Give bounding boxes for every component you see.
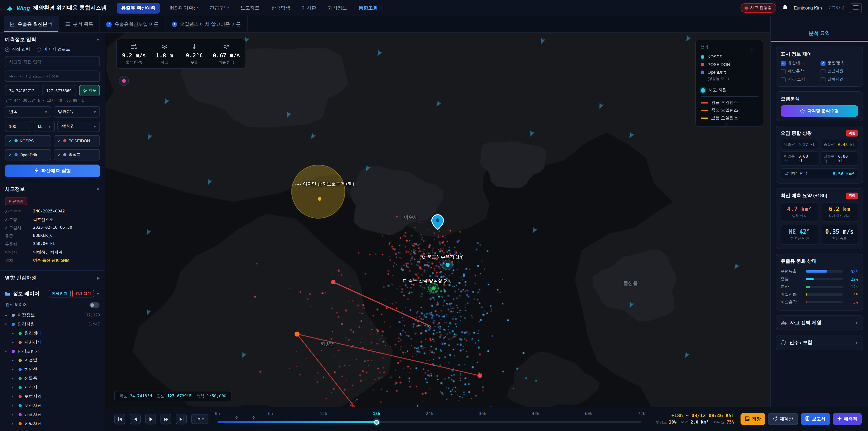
timeline-tick-60h[interactable]: 60h	[585, 411, 592, 416]
nav-item-6[interactable]: 기상정보	[323, 2, 351, 13]
model-toggle-OpenDrift[interactable]: ✓OpenDrift	[5, 149, 51, 160]
collapse-chevron-icon[interactable]: ▼	[96, 291, 100, 296]
unit-select[interactable]: kL▾	[34, 121, 55, 132]
oil-fence-line-urgent[interactable]	[333, 282, 431, 326]
beach-marker-label[interactable]: 웅포해수욕장 (1h)	[422, 254, 464, 260]
farm-marker-label[interactable]: 죽도 전략 양식장 (3h)	[403, 278, 452, 284]
timeline-bookmark-icon[interactable]: ♡	[252, 415, 255, 420]
step-back-button[interactable]	[130, 414, 141, 425]
checkbox-icon[interactable]	[781, 77, 786, 82]
owner-insurance-section[interactable]: 선주 / 보험 ▸	[776, 335, 863, 350]
app-logo[interactable]: Wing 해양환경 위기대응 통합시스템	[6, 4, 107, 12]
layers-all-off-button[interactable]: 전체 끄기	[72, 290, 94, 298]
accident-pin-icon[interactable]	[432, 215, 443, 229]
timeline-tick-0h[interactable]: 0h	[215, 411, 220, 416]
playback-speed-select[interactable]: 1x▾	[191, 414, 209, 424]
protection-zone-label[interactable]: 여자만 습지보호구역 (6h)	[295, 181, 354, 187]
logout-button[interactable]: 로그아웃	[827, 5, 844, 11]
nav-item-0[interactable]: 유출유 확산예측	[117, 2, 160, 13]
action-저장-button[interactable]: 저장	[741, 413, 765, 425]
ship-spec-section[interactable]: 사고 선박 제원 ▸	[776, 315, 863, 331]
layer-item-해안선[interactable]: ▸해안선	[5, 365, 100, 374]
amount-input[interactable]	[5, 121, 31, 132]
subtab-3[interactable]: i오일펜스 배치 알고리즘 이론	[165, 16, 248, 32]
layer-item-관광자원[interactable]: ▸관광자원	[5, 410, 100, 419]
run-prediction-button[interactable]: 확산예측 실행	[5, 164, 100, 177]
bell-icon[interactable]	[781, 4, 788, 11]
skip-end-button[interactable]	[176, 414, 187, 425]
map-viewport[interactable]: 9.2 m/s풍속 (SW)1.8 m파고9.2°C수온0.67 m/s해류 (…	[105, 33, 770, 407]
layer-item-사회경제[interactable]: ▸사회경제	[5, 338, 100, 347]
subtab-0[interactable]: 유출유 확산분석	[4, 16, 59, 32]
layer-item-생물종[interactable]: ▸생물종	[5, 374, 100, 383]
radio-direct-input[interactable]: 직접 입력	[5, 47, 30, 53]
spill-type-select[interactable]: 연속▾	[5, 106, 51, 118]
timeline-tick-24h[interactable]: 24h	[426, 411, 433, 416]
timeline-tick-12h[interactable]: 12h	[320, 411, 327, 416]
latitude-input[interactable]	[5, 85, 39, 96]
display-option-1[interactable]: ✓풍향/풍속	[820, 61, 858, 66]
timeline-tick-18h[interactable]: 18h	[373, 411, 380, 416]
action-재계산-button[interactable]: 재계산	[768, 413, 798, 425]
model-toggle-POSEIDON[interactable]: ✓POSEIDON	[54, 135, 100, 147]
beach-marker-dot[interactable]	[445, 263, 450, 267]
expand-chevron-icon[interactable]: ▶	[97, 276, 100, 280]
nav-item-3[interactable]: 보고자료	[236, 2, 264, 13]
layer-item-산업자원[interactable]: ▸산업자원	[5, 419, 100, 428]
timeline-tick-48h[interactable]: 48h	[532, 411, 539, 416]
layer-item-서식지[interactable]: ▸서식지	[5, 383, 100, 392]
checkbox-icon[interactable]: ✓	[820, 61, 825, 66]
duration-select[interactable]: 48시간▾	[57, 121, 100, 132]
nav-item-5[interactable]: 게시판	[298, 2, 321, 13]
protection-zone-circle[interactable]	[291, 165, 345, 218]
oil-type-select[interactable]: 벙커C유▾	[54, 106, 100, 118]
timeline-track[interactable]: ♡♡	[217, 421, 642, 423]
incident-list-input[interactable]	[5, 70, 100, 82]
layer-item-민감도평가[interactable]: ▾ 민감도평가	[5, 347, 100, 356]
checkbox-icon[interactable]: ✓	[781, 61, 786, 66]
fence-endpoint-dot[interactable]	[477, 373, 482, 378]
action-예측적-button[interactable]: 예측적	[833, 413, 862, 425]
timeline-bookmark-icon[interactable]: ♡	[235, 415, 238, 420]
polygon-analysis-button[interactable]: 다각형 분석수행	[781, 105, 858, 117]
layer-item-보호지역[interactable]: ▸보호지역	[5, 392, 100, 401]
action-보고서-button[interactable]: 보고서	[801, 413, 830, 425]
incident-active-badge[interactable]: 사고 진행중	[741, 3, 776, 13]
checkbox-icon[interactable]	[820, 77, 825, 82]
fence-endpoint-dot[interactable]	[294, 332, 300, 337]
display-option-2[interactable]: 해안흡착	[781, 69, 818, 74]
subtab-1[interactable]: 분석 목록	[59, 16, 100, 32]
display-option-0[interactable]: ✓유향/유속	[781, 61, 818, 66]
timeline-tick-36h[interactable]: 36h	[479, 411, 487, 416]
model-toggle-KOSPS[interactable]: ✓KOSPS	[5, 135, 51, 147]
skip-start-button[interactable]	[114, 414, 125, 425]
pick-on-map-button[interactable]: 지도	[79, 85, 100, 96]
subtab-2[interactable]: i유출유확산모델 이론	[100, 16, 165, 32]
longitude-input[interactable]	[42, 85, 76, 96]
play-button[interactable]	[145, 414, 156, 425]
master-layer-toggle[interactable]	[90, 302, 99, 308]
layer-item-환경생태[interactable]: ▸환경생태	[5, 329, 100, 338]
nav-item-2[interactable]: 긴급구난	[205, 2, 233, 13]
fast-forward-button[interactable]	[160, 414, 171, 425]
collapse-chevron-icon[interactable]: ▼	[96, 37, 100, 42]
menu-hamburger-icon[interactable]	[850, 3, 862, 13]
farm-marker-dot[interactable]	[432, 286, 436, 290]
display-option-5[interactable]: 날짜시간	[820, 77, 858, 82]
checkbox-icon[interactable]	[781, 69, 786, 74]
model-toggle-앙상블[interactable]: ✓앙상블	[54, 149, 100, 160]
layers-all-on-button[interactable]: 전체 켜기	[49, 290, 70, 298]
nav-item-1[interactable]: HNS·대기확산	[163, 2, 203, 13]
fence-endpoint-dot[interactable]	[331, 280, 336, 284]
display-option-3[interactable]: 민감자원	[820, 69, 858, 74]
timeline-thumb[interactable]	[374, 420, 379, 425]
layer-item-어장정보[interactable]: ● 어장정보 17,129	[5, 311, 100, 319]
collapse-chevron-icon[interactable]: ▼	[96, 187, 100, 191]
timeline-tick-6h[interactable]: 6h	[268, 411, 273, 416]
radio-image-upload[interactable]: 이미지 업로드	[36, 47, 70, 53]
display-option-4[interactable]: 시간 표시	[781, 77, 818, 82]
layer-item-계절별[interactable]: ▸계절별	[5, 356, 100, 365]
layer-quick-toggle-button[interactable]	[119, 76, 129, 86]
nav-item-7[interactable]: 통합조회	[354, 2, 382, 13]
timeline-tick-72h[interactable]: 72h	[638, 411, 645, 416]
